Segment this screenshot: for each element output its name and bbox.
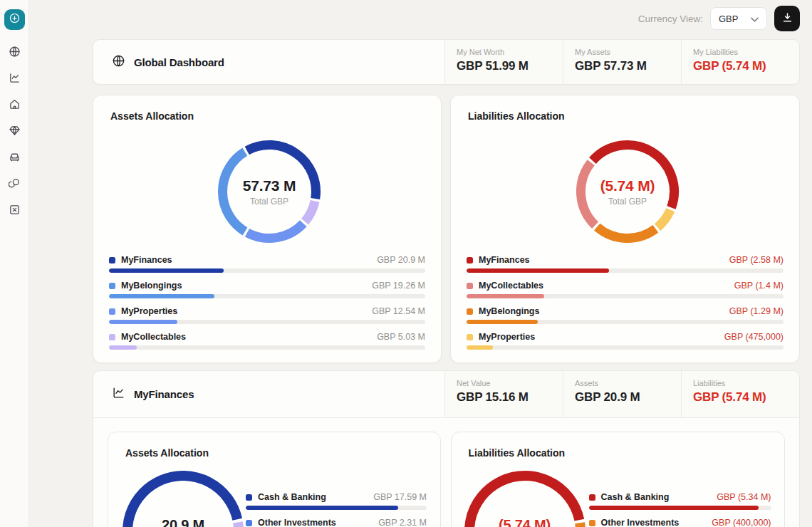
stat-net-value: Net Value GBP 15.16 M	[444, 371, 563, 417]
download-icon	[781, 11, 793, 26]
legend-bar	[589, 506, 771, 510]
myfinances-assets-legend: Cash & BankingGBP 17.59 M Other Investme…	[246, 492, 427, 527]
stat-liabilities: My Liabilities GBP (5.74 M)	[681, 40, 799, 84]
legend-value: GBP (1.4 M)	[734, 281, 784, 291]
line-chart-icon	[112, 386, 125, 402]
legend-bar-fill	[109, 268, 224, 273]
stat-label: Liabilities	[693, 379, 799, 387]
stat-label: Net Value	[457, 379, 563, 387]
sidebar-item-collectables[interactable]	[9, 125, 21, 137]
legend-label: Other Investments	[258, 518, 336, 527]
legend-value: GBP 17.59 M	[373, 492, 427, 502]
legend-bar-fill	[246, 506, 398, 510]
assets-donut-chart: 57.73 M Total GBP	[217, 139, 322, 244]
currency-select[interactable]: GBP	[710, 7, 767, 30]
legend-value: GBP 2.31 M	[378, 518, 427, 527]
legend-bar	[467, 345, 784, 350]
sidebar-item-holdings[interactable]	[9, 177, 21, 189]
legend-value: GBP (475,000)	[724, 332, 784, 342]
legend-row: Other InvestmentsGBP 2.31 M	[246, 518, 427, 527]
box-x-icon	[9, 206, 21, 218]
donut-total-value: (5.74 M)	[600, 177, 655, 194]
donut-center-label: (5.74 M) Total GBP	[463, 469, 587, 527]
legend-swatch	[467, 334, 473, 340]
donut-total-caption: Total GBP	[250, 197, 288, 207]
myfinances-stats: Net Value GBP 15.16 M Assets GBP 20.9 M …	[444, 371, 799, 417]
legend-bar-fill	[467, 320, 538, 324]
legend-row: MyPropertiesGBP (475,000)	[467, 332, 784, 350]
sidebar-item-global[interactable]	[9, 46, 21, 58]
sidebar-nav	[0, 46, 29, 216]
sidebar-item-properties[interactable]	[9, 98, 21, 110]
donut-total-value: 57.73 M	[243, 177, 296, 194]
legend-row: Cash & BankingGBP 17.59 M	[246, 492, 427, 510]
download-button[interactable]	[774, 6, 800, 31]
assets-allocation-card: Assets Allocation 57.73 M Total GBP MyFi…	[93, 95, 442, 363]
currency-view-label: Currency View:	[638, 14, 703, 24]
legend-label: MyFinances	[121, 255, 172, 265]
chevron-down-icon	[751, 12, 759, 25]
legend-swatch	[589, 494, 595, 501]
legend-value: GBP 12.54 M	[372, 306, 425, 316]
legend-row: Other InvestmentsGBP (400,000)	[589, 518, 771, 527]
legend-bar	[467, 268, 784, 273]
legend-bar-fill	[467, 345, 493, 350]
global-dashboard-header: Global Dashboard My Net Worth GBP 51.99 …	[93, 39, 800, 85]
legend-label: MyCollectables	[121, 332, 186, 342]
legend-bar	[109, 320, 425, 324]
myfinances-section: MyFinances Net Value GBP 15.16 M Assets …	[93, 370, 800, 527]
sidebar-item-closed[interactable]	[9, 204, 21, 216]
legend-value: GBP 19.26 M	[372, 281, 425, 291]
globe-icon	[112, 54, 125, 71]
legend-label: MyBelongings	[121, 281, 182, 291]
legend-row: MyFinancesGBP (2.58 M)	[467, 255, 784, 273]
legend-label: Cash & Banking	[258, 492, 326, 502]
legend-bar-fill	[109, 345, 137, 350]
legend-bar	[109, 345, 425, 350]
sidebar-item-belongings[interactable]	[9, 151, 21, 163]
card-title: Assets Allocation	[125, 447, 209, 459]
donut-total-value: 20.9 M	[162, 517, 204, 527]
legend-label: MyProperties	[121, 306, 177, 316]
global-stats: My Net Worth GBP 51.99 M My Assets GBP 5…	[444, 40, 799, 84]
stat-label: My Net Worth	[457, 48, 563, 56]
sidebar-item-finances[interactable]	[9, 72, 21, 84]
globe-icon	[9, 48, 21, 60]
section-title: MyFinances	[134, 388, 194, 400]
legend-row: Cash & BankingGBP (5.34 M)	[589, 492, 771, 510]
sidebar	[0, 0, 29, 527]
app-logo-button[interactable]	[4, 9, 25, 30]
home-icon	[9, 100, 21, 113]
legend-bar	[109, 294, 425, 298]
myfinances-charts-row: Assets Allocation 20.9 M Total GBP Cash …	[93, 418, 799, 527]
stat-value: GBP 15.16 M	[457, 390, 563, 405]
stat-label: My Liabilities	[693, 48, 799, 56]
legend-swatch	[246, 520, 252, 526]
legend-value: GBP (1.29 M)	[729, 306, 784, 316]
card-title: Liabilities Allocation	[468, 110, 565, 122]
myfinances-assets-donut: 20.9 M Total GBP	[121, 469, 245, 527]
legend-swatch	[109, 257, 115, 264]
legend-row: MyFinancesGBP 20.9 M	[109, 255, 425, 273]
legend-value: GBP (2.58 M)	[729, 255, 784, 265]
legend-label: MyProperties	[479, 332, 535, 342]
legend-label: MyCollectables	[479, 281, 543, 291]
stat-value: GBP (5.74 M)	[693, 59, 799, 73]
myfinances-title-area: MyFinances	[93, 371, 444, 417]
legend-swatch	[467, 257, 473, 264]
main-content: Global Dashboard My Net Worth GBP 51.99 …	[93, 39, 800, 527]
legend-label: Other Investments	[601, 518, 680, 527]
gem-icon	[9, 127, 21, 139]
coins-icon	[9, 179, 21, 192]
stat-value: GBP 20.9 M	[575, 390, 681, 405]
stat-assets: Assets GBP 20.9 M	[563, 371, 681, 417]
legend-label: MyBelongings	[479, 306, 539, 316]
legend-bar-fill	[467, 294, 544, 298]
legend-bar	[246, 506, 427, 510]
myfinances-assets-card: Assets Allocation 20.9 M Total GBP Cash …	[108, 432, 441, 527]
currency-select-value: GBP	[719, 14, 738, 24]
legend-bar-fill	[467, 268, 609, 273]
legend-label: MyFinances	[479, 255, 530, 265]
global-dashboard-title-area: Global Dashboard	[93, 40, 444, 84]
page-title: Global Dashboard	[134, 56, 224, 68]
